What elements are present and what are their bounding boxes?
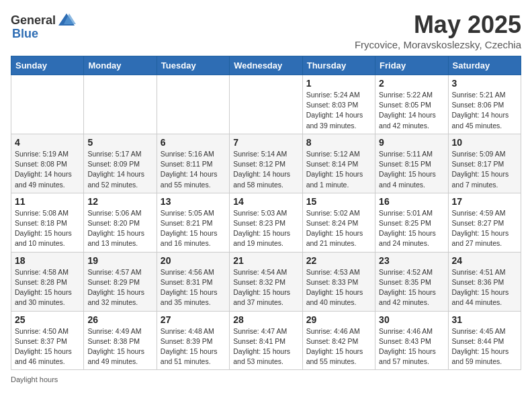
column-header-thursday: Thursday [302,56,375,75]
day-info: Sunrise: 4:45 AM Sunset: 8:44 PM Dayligh… [452,326,517,367]
calendar-cell: 7Sunrise: 5:14 AM Sunset: 8:12 PM Daylig… [230,134,302,193]
day-number: 15 [306,196,371,207]
day-number: 20 [161,255,226,266]
day-info: Sunrise: 4:49 AM Sunset: 8:38 PM Dayligh… [87,326,152,367]
calendar-cell: 2Sunrise: 5:22 AM Sunset: 8:05 PM Daylig… [375,75,448,134]
calendar-cell: 28Sunrise: 4:47 AM Sunset: 8:41 PM Dayli… [230,311,302,370]
column-header-saturday: Saturday [448,56,521,75]
day-info: Sunrise: 4:46 AM Sunset: 8:43 PM Dayligh… [379,326,444,367]
day-info: Sunrise: 4:46 AM Sunset: 8:42 PM Dayligh… [306,326,371,367]
calendar-cell [230,75,302,134]
calendar-cell: 10Sunrise: 5:09 AM Sunset: 8:17 PM Dayli… [448,134,521,193]
title-block: May 2025 Frycovice, Moravskoslezsky, Cze… [355,11,521,50]
day-info: Sunrise: 5:11 AM Sunset: 8:15 PM Dayligh… [379,149,444,190]
calendar-week-2: 4Sunrise: 5:19 AM Sunset: 8:08 PM Daylig… [11,134,521,193]
page-header: General Blue May 2025 Frycovice, Moravsk… [11,11,521,50]
calendar-location: Frycovice, Moravskoslezsky, Czechia [355,39,521,50]
day-info: Sunrise: 4:51 AM Sunset: 8:36 PM Dayligh… [452,267,517,308]
day-number: 22 [306,255,371,266]
calendar-week-5: 25Sunrise: 4:50 AM Sunset: 8:37 PM Dayli… [11,311,521,370]
day-info: Sunrise: 4:58 AM Sunset: 8:28 PM Dayligh… [15,267,80,308]
day-number: 6 [161,137,226,148]
column-header-tuesday: Tuesday [157,56,229,75]
day-info: Sunrise: 5:14 AM Sunset: 8:12 PM Dayligh… [233,149,298,190]
column-header-monday: Monday [84,56,157,75]
day-number: 31 [452,314,517,325]
day-number: 10 [452,137,517,148]
calendar-cell: 11Sunrise: 5:08 AM Sunset: 8:18 PM Dayli… [11,193,84,252]
calendar-cell: 16Sunrise: 5:01 AM Sunset: 8:25 PM Dayli… [375,193,448,252]
day-number: 7 [233,137,298,148]
calendar-cell: 14Sunrise: 5:03 AM Sunset: 8:23 PM Dayli… [230,193,302,252]
calendar-week-1: 1Sunrise: 5:24 AM Sunset: 8:03 PM Daylig… [11,75,521,134]
day-info: Sunrise: 4:57 AM Sunset: 8:29 PM Dayligh… [87,267,152,308]
day-info: Sunrise: 5:03 AM Sunset: 8:23 PM Dayligh… [233,208,298,249]
calendar-week-3: 11Sunrise: 5:08 AM Sunset: 8:18 PM Dayli… [11,193,521,252]
day-number: 11 [15,196,80,207]
calendar-cell: 9Sunrise: 5:11 AM Sunset: 8:15 PM Daylig… [375,134,448,193]
column-header-friday: Friday [375,56,448,75]
day-number: 18 [15,255,80,266]
day-info: Sunrise: 4:48 AM Sunset: 8:39 PM Dayligh… [161,326,226,367]
calendar-cell: 12Sunrise: 5:06 AM Sunset: 8:20 PM Dayli… [84,193,157,252]
calendar-cell: 21Sunrise: 4:54 AM Sunset: 8:32 PM Dayli… [230,252,302,311]
footer: Daylight hours [11,375,521,383]
calendar-cell [84,75,157,134]
calendar-cell: 4Sunrise: 5:19 AM Sunset: 8:08 PM Daylig… [11,134,84,193]
logo: General Blue [11,11,76,41]
column-header-sunday: Sunday [11,56,84,75]
day-number: 9 [379,137,444,148]
calendar-cell: 13Sunrise: 5:05 AM Sunset: 8:21 PM Dayli… [157,193,229,252]
calendar-cell: 5Sunrise: 5:17 AM Sunset: 8:09 PM Daylig… [84,134,157,193]
calendar-cell: 3Sunrise: 5:21 AM Sunset: 8:06 PM Daylig… [448,75,521,134]
day-number: 23 [379,255,444,266]
column-header-wednesday: Wednesday [230,56,302,75]
calendar-cell: 23Sunrise: 4:52 AM Sunset: 8:35 PM Dayli… [375,252,448,311]
day-number: 1 [306,78,371,89]
day-number: 4 [15,137,80,148]
logo-blue: Blue [12,27,38,41]
day-info: Sunrise: 4:53 AM Sunset: 8:33 PM Dayligh… [306,267,371,308]
day-number: 16 [379,196,444,207]
calendar-cell: 1Sunrise: 5:24 AM Sunset: 8:03 PM Daylig… [302,75,375,134]
calendar-table: SundayMondayTuesdayWednesdayThursdayFrid… [11,56,521,370]
day-number: 21 [233,255,298,266]
calendar-cell: 15Sunrise: 5:02 AM Sunset: 8:24 PM Dayli… [302,193,375,252]
day-number: 27 [161,314,226,325]
day-number: 8 [306,137,371,148]
logo-icon [57,11,76,30]
calendar-cell [11,75,84,134]
calendar-cell: 20Sunrise: 4:56 AM Sunset: 8:31 PM Dayli… [157,252,229,311]
calendar-cell: 31Sunrise: 4:45 AM Sunset: 8:44 PM Dayli… [448,311,521,370]
day-number: 30 [379,314,444,325]
day-number: 29 [306,314,371,325]
day-info: Sunrise: 5:22 AM Sunset: 8:05 PM Dayligh… [379,90,444,131]
calendar-cell: 25Sunrise: 4:50 AM Sunset: 8:37 PM Dayli… [11,311,84,370]
calendar-cell: 29Sunrise: 4:46 AM Sunset: 8:42 PM Dayli… [302,311,375,370]
day-info: Sunrise: 4:47 AM Sunset: 8:41 PM Dayligh… [233,326,298,367]
calendar-cell [157,75,229,134]
day-info: Sunrise: 5:08 AM Sunset: 8:18 PM Dayligh… [15,208,80,249]
day-info: Sunrise: 5:21 AM Sunset: 8:06 PM Dayligh… [452,90,517,131]
calendar-week-4: 18Sunrise: 4:58 AM Sunset: 8:28 PM Dayli… [11,252,521,311]
day-number: 2 [379,78,444,89]
day-info: Sunrise: 4:56 AM Sunset: 8:31 PM Dayligh… [161,267,226,308]
calendar-cell: 8Sunrise: 5:12 AM Sunset: 8:14 PM Daylig… [302,134,375,193]
day-number: 28 [233,314,298,325]
calendar-cell: 27Sunrise: 4:48 AM Sunset: 8:39 PM Dayli… [157,311,229,370]
day-info: Sunrise: 5:19 AM Sunset: 8:08 PM Dayligh… [15,149,80,190]
day-info: Sunrise: 5:16 AM Sunset: 8:11 PM Dayligh… [161,149,226,190]
day-info: Sunrise: 5:17 AM Sunset: 8:09 PM Dayligh… [87,149,152,190]
calendar-cell: 24Sunrise: 4:51 AM Sunset: 8:36 PM Dayli… [448,252,521,311]
day-info: Sunrise: 4:52 AM Sunset: 8:35 PM Dayligh… [379,267,444,308]
day-number: 24 [452,255,517,266]
calendar-cell: 26Sunrise: 4:49 AM Sunset: 8:38 PM Dayli… [84,311,157,370]
daylight-label: Daylight hours [11,375,58,383]
day-info: Sunrise: 5:02 AM Sunset: 8:24 PM Dayligh… [306,208,371,249]
day-number: 25 [15,314,80,325]
day-info: Sunrise: 4:59 AM Sunset: 8:27 PM Dayligh… [452,208,517,249]
calendar-header-row: SundayMondayTuesdayWednesdayThursdayFrid… [11,56,521,75]
day-number: 19 [87,255,152,266]
calendar-cell: 19Sunrise: 4:57 AM Sunset: 8:29 PM Dayli… [84,252,157,311]
day-number: 26 [87,314,152,325]
